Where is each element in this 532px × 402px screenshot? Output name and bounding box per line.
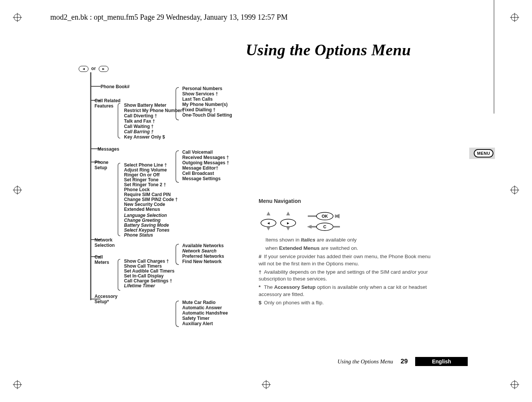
crop-mark-icon: [13, 380, 22, 389]
note-italics: Items shown in Italics are available onl…: [259, 237, 433, 244]
ps-extmenu: Extended Menus: [124, 206, 160, 212]
crop-mark-icon: [262, 380, 271, 389]
svg-text:OK: OK: [322, 214, 328, 218]
cat-messages: Messages: [98, 146, 119, 152]
menu-tab-icon: MENU: [474, 149, 493, 157]
cat-phone-book: Phone Book#: [101, 84, 130, 90]
cat-callmeters2: Meters: [95, 259, 109, 265]
crop-mark-icon: [510, 13, 519, 22]
note-dagger: †Availability depends on the type and se…: [259, 269, 433, 283]
note-dollar: $Only on phones with a flip.: [259, 299, 433, 307]
svg-marker-42: [307, 225, 312, 229]
nav-diagram: ◂ ▸ OK C: [259, 209, 433, 232]
crop-mark-icon: [510, 185, 519, 195]
crop-mark-icon: [510, 380, 519, 389]
footer-title: Using the Options Menu: [337, 358, 393, 365]
vertical-rule: [494, 0, 494, 114]
arrow-left-icon: ◂: [79, 66, 88, 72]
pb-one-touch: One-Touch Dial Setting: [182, 112, 232, 118]
note-star: *The Accessory Setup option is available…: [259, 284, 433, 298]
svg-marker-32: [267, 227, 270, 231]
note-extended: when Extended Menus are switched on.: [259, 245, 433, 252]
crop-mark-icon: [13, 185, 22, 195]
svg-marker-35: [286, 212, 290, 215]
svg-text:▸: ▸: [287, 220, 289, 226]
cm-lifetime: Lifetime Timer: [124, 283, 155, 289]
section-tab: MENU: [469, 148, 495, 159]
note-hash: #If your service provider has added thei…: [259, 253, 433, 268]
cat-accessory2: Setup*: [95, 299, 109, 305]
crop-mark-icon: [13, 13, 22, 22]
footer-page-number: 29: [401, 358, 408, 365]
cat-setup: Setup: [95, 165, 107, 171]
footer-language-badge: English: [415, 357, 468, 366]
acc-aux: Auxiliary Alert: [182, 321, 213, 327]
svg-marker-36: [286, 227, 290, 231]
navigation-panel: Menu Navigation ◂ ▸ OK C It: [259, 198, 433, 308]
msg-settings: Message Settings: [182, 176, 220, 182]
document-header: mod2_en.bk : opt_menu.fm5 Page 29 Wednes…: [50, 13, 288, 22]
svg-text:C: C: [323, 224, 326, 229]
cat-network2: Selection: [95, 242, 115, 248]
root-keys: ◂ or ▸: [79, 65, 109, 72]
cat-features: Features: [95, 103, 113, 109]
page-title: Using the Options Menu: [246, 41, 411, 59]
svg-marker-31: [267, 212, 270, 215]
page-footer: Using the Options Menu 29 English: [337, 357, 468, 366]
svg-text:◂: ◂: [267, 220, 270, 226]
nav-heading: Menu Navigation: [259, 198, 433, 204]
crf-keyans: Key Answer Only $: [124, 134, 165, 140]
ps-status: Phone Status: [124, 232, 153, 238]
net-new: Find New Network: [182, 259, 222, 265]
arrow-right-icon: ▸: [99, 66, 109, 72]
